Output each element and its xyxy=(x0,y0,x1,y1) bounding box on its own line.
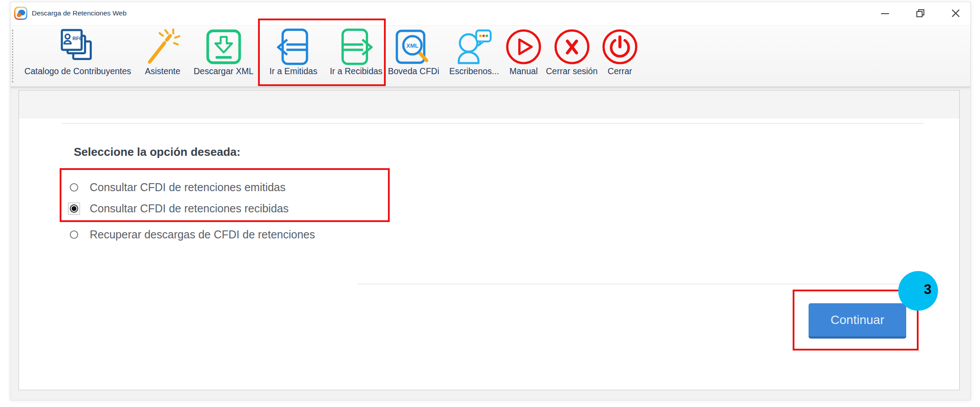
download-xml-icon xyxy=(205,28,243,66)
panel-header-strip xyxy=(19,90,959,118)
support-chat-icon xyxy=(455,28,493,66)
toolbar-item-ir-a-recibidas[interactable]: Ir a Recibidas xyxy=(330,28,382,76)
continue-button[interactable]: Continuar xyxy=(809,303,906,339)
close-icon xyxy=(951,8,961,18)
section-heading: Seleccione la opción deseada: xyxy=(74,145,240,159)
separator-bottom xyxy=(358,283,923,285)
restore-button[interactable] xyxy=(915,7,926,20)
toolbar-item-cerrar[interactable]: Cerrar xyxy=(601,28,639,76)
magic-wand-icon xyxy=(144,28,182,66)
toolbar-item-cerrar-sesion[interactable]: Cerrar sesión xyxy=(546,28,597,76)
app-window: Descarga de Retenciones Web Catalogo de … xyxy=(10,2,971,400)
toolbar-item-descargar-xml[interactable]: Descargar XML xyxy=(194,28,253,76)
toolbar-item-escribenos[interactable]: Escribenos... xyxy=(449,28,499,76)
toolbar-item-boveda-cfdi[interactable]: Boveda CFDi xyxy=(388,28,439,76)
toolbar-item-asistente[interactable]: Asistente xyxy=(144,28,182,76)
radio-unselected-icon[interactable] xyxy=(70,183,78,192)
window-controls xyxy=(880,7,961,20)
content-panel: Seleccione la opción deseada: Consultar … xyxy=(19,90,960,390)
toolbar-item-ir-a-emitidas[interactable]: Ir a Emitidas xyxy=(270,28,317,76)
radio-option-3[interactable]: Recuperar descargas de CFDI de retencion… xyxy=(69,226,315,243)
app-logo-icon xyxy=(14,7,27,20)
toolbar-item-catalogo[interactable]: Catalogo de Contribuyentes xyxy=(24,28,131,76)
minimize-icon xyxy=(881,9,889,18)
arrow-right-icon xyxy=(337,28,375,66)
arrow-left-icon xyxy=(274,28,312,66)
contacts-rfc-icon xyxy=(59,28,97,66)
window-title: Descarga de Retenciones Web xyxy=(32,9,126,17)
power-icon xyxy=(601,28,639,66)
search-xml-icon xyxy=(395,28,433,66)
toolbar-item-manual[interactable]: Manual xyxy=(505,28,543,76)
minimize-button[interactable] xyxy=(880,7,890,20)
play-circle-icon xyxy=(505,28,543,66)
titlebar: Descarga de Retenciones Web xyxy=(11,2,970,25)
radio-option-2[interactable]: Consultar CFDI de retenciones recibidas xyxy=(69,200,289,217)
toolbar-grip[interactable] xyxy=(12,30,13,83)
close-button[interactable] xyxy=(950,7,961,20)
radio-selected-icon[interactable] xyxy=(70,204,78,213)
radio-unselected-icon[interactable] xyxy=(70,230,78,239)
toolbar: Catalogo de Contribuyentes Asistente Des… xyxy=(11,25,970,87)
radio-option-1[interactable]: Consultar CFDI de retenciones emitidas xyxy=(69,179,285,196)
restore-icon xyxy=(915,8,925,18)
separator-top xyxy=(62,123,923,124)
x-circle-icon xyxy=(553,28,591,66)
